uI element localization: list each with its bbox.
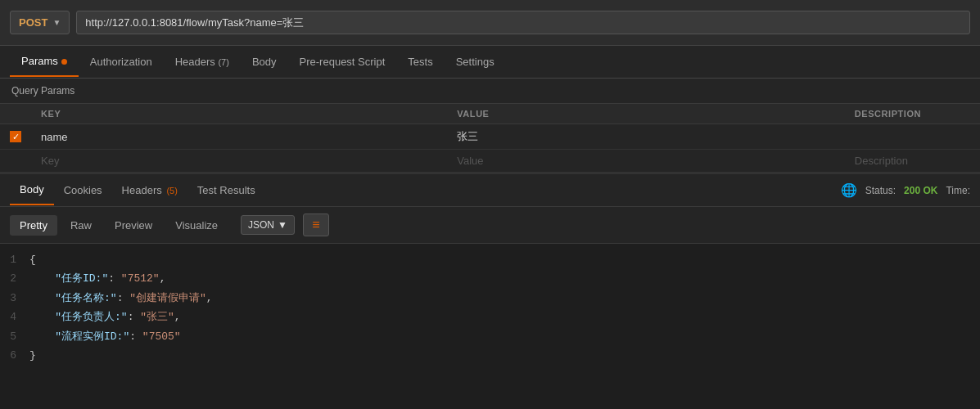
tab-prerequest[interactable]: Pre-request Script bbox=[288, 47, 397, 76]
method-arrow-icon: ▼ bbox=[52, 18, 61, 27]
tab-authorization[interactable]: Authorization bbox=[79, 47, 164, 76]
placeholder-description[interactable]: Description bbox=[845, 150, 980, 173]
wrap-icon: ≡ bbox=[312, 218, 319, 232]
col-key: KEY bbox=[31, 104, 447, 124]
tab-body[interactable]: Body bbox=[241, 47, 288, 76]
response-tab-test-results[interactable]: Test Results bbox=[187, 176, 265, 204]
placeholder-key[interactable]: Key bbox=[31, 150, 447, 173]
tab-headers[interactable]: Headers (7) bbox=[164, 47, 241, 76]
row-description[interactable] bbox=[845, 124, 980, 150]
col-value: VALUE bbox=[447, 104, 845, 124]
code-line-2: 2 "任务ID:": "7512", bbox=[0, 269, 980, 288]
status-value: 200 OK bbox=[904, 185, 937, 196]
time-label: Time: bbox=[946, 185, 970, 196]
placeholder-value[interactable]: Value bbox=[447, 150, 845, 173]
table-placeholder-row: Key Value Description bbox=[0, 150, 980, 173]
code-line-6: 6 } bbox=[0, 346, 980, 365]
subtab-preview[interactable]: Preview bbox=[105, 215, 162, 236]
col-description: DESCRIPTION bbox=[845, 104, 980, 124]
code-line-1: 1 { bbox=[0, 250, 980, 269]
format-arrow-icon: ▼ bbox=[278, 219, 287, 231]
response-tab-headers[interactable]: Headers (5) bbox=[112, 176, 187, 204]
row-key[interactable]: name bbox=[31, 124, 447, 150]
row-checkbox-cell[interactable]: ✓ bbox=[0, 124, 31, 150]
status-label: Status: bbox=[865, 185, 896, 196]
globe-icon: 🌐 bbox=[841, 182, 857, 198]
request-tabs: Params Authorization Headers (7) Body Pr… bbox=[0, 46, 980, 79]
row-checkbox[interactable]: ✓ bbox=[10, 131, 21, 142]
response-meta: 🌐 Status: 200 OK Time: bbox=[841, 182, 970, 198]
method-label: POST bbox=[19, 16, 47, 29]
params-dot bbox=[61, 59, 67, 65]
url-input[interactable] bbox=[76, 11, 970, 34]
response-tab-cookies[interactable]: Cookies bbox=[54, 176, 112, 204]
tab-params[interactable]: Params bbox=[10, 47, 79, 77]
tab-settings[interactable]: Settings bbox=[445, 47, 506, 76]
code-area: 1 { 2 "任务ID:": "7512", 3 "任务名称:": "创建请假申… bbox=[0, 244, 980, 371]
body-subtabs: Pretty Raw Preview Visualize JSON ▼ ≡ bbox=[0, 207, 980, 244]
query-params-title: Query Params bbox=[0, 79, 980, 104]
tab-tests[interactable]: Tests bbox=[396, 47, 444, 76]
response-tab-body[interactable]: Body bbox=[10, 175, 54, 205]
response-tabs: Body Cookies Headers (5) Test Results 🌐 … bbox=[0, 174, 980, 207]
format-selector[interactable]: JSON ▼ bbox=[241, 215, 295, 235]
method-selector[interactable]: POST ▼ bbox=[10, 11, 70, 34]
table-row: ✓ name 张三 bbox=[0, 124, 980, 150]
subtab-raw[interactable]: Raw bbox=[61, 215, 102, 236]
subtab-visualize[interactable]: Visualize bbox=[165, 215, 228, 236]
params-table: KEY VALUE DESCRIPTION ✓ name 张三 bbox=[0, 104, 980, 173]
code-line-3: 3 "任务名称:": "创建请假申请", bbox=[0, 289, 980, 308]
wrap-button[interactable]: ≡ bbox=[303, 213, 329, 236]
row-value[interactable]: 张三 bbox=[447, 124, 845, 150]
col-checkbox bbox=[0, 104, 31, 124]
subtab-pretty[interactable]: Pretty bbox=[10, 215, 57, 236]
response-section: Body Cookies Headers (5) Test Results 🌐 … bbox=[0, 173, 980, 371]
code-line-4: 4 "任务负责人:": "张三", bbox=[0, 308, 980, 326]
code-line-5: 5 "流程实例ID:": "7505" bbox=[0, 327, 980, 346]
url-bar: POST ▼ bbox=[0, 0, 980, 46]
